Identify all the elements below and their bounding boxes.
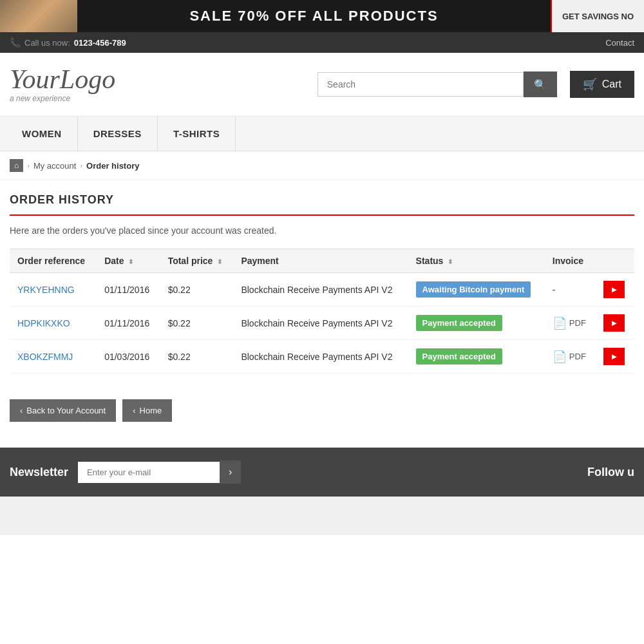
status-badge-accepted-2: Payment accepted [416, 348, 502, 365]
sort-icon-total: ⬍ [217, 258, 222, 265]
table-header-row: Order reference Date ⬍ Total price ⬍ Pay… [10, 249, 634, 273]
logo-tagline: a new experience [10, 94, 305, 103]
contact-link[interactable]: Contact [605, 38, 634, 48]
order-ref-link-2[interactable]: HDPKIKXKO [17, 318, 70, 328]
order-ref-link-1[interactable]: YRKYEHNNG [17, 285, 75, 295]
order-status-1: Awaiting Bitcoin payment [408, 273, 545, 307]
col-header-payment: Payment [233, 249, 408, 273]
phone-section: 📞 Call us now: 0123-456-789 [10, 37, 126, 48]
order-payment-2: Blockchain Receive Payments API V2 [233, 307, 408, 340]
col-header-date[interactable]: Date ⬍ [97, 249, 160, 273]
search-button[interactable]: 🔍 [524, 71, 557, 97]
order-date-2: 01/11/2016 [97, 307, 160, 340]
order-ref-link-3[interactable]: XBOKZFMMJ [17, 352, 73, 362]
nav-item-dresses[interactable]: DRESSES [78, 117, 158, 151]
col-header-total[interactable]: Total price ⬍ [160, 249, 234, 273]
main-navigation: WOMEN DRESSES T-SHIRTS [0, 117, 644, 151]
nav-item-tshirts[interactable]: T-SHIRTS [158, 117, 236, 151]
order-action-1: ► [596, 273, 634, 307]
table-row: XBOKZFMMJ 01/03/2016 $0.22 Blockchain Re… [10, 340, 634, 374]
sale-banner: SALE 70% OFF ALL PRODUCTS GET SAVINGS NO [0, 0, 644, 32]
order-action-2: ► [596, 307, 634, 340]
below-footer [0, 497, 644, 535]
order-total-1: $0.22 [160, 273, 234, 307]
order-payment-3: Blockchain Receive Payments API V2 [233, 340, 408, 374]
newsletter-submit-button[interactable]: › [220, 460, 241, 484]
order-action-btn-2[interactable]: ► [603, 314, 625, 332]
header: YourLogo a new experience 🔍 🛒 Cart [0, 53, 644, 117]
newsletter-section: Newsletter › [10, 460, 241, 484]
order-action-btn-1[interactable]: ► [603, 281, 625, 298]
logo-area: YourLogo a new experience [10, 66, 305, 103]
order-payment-1: Blockchain Receive Payments API V2 [233, 273, 408, 307]
cart-button[interactable]: 🛒 Cart [570, 71, 634, 98]
banner-sale-text: SALE 70% OFF ALL PRODUCTS [77, 8, 551, 24]
breadcrumb: ⌂ › My account › Order history [0, 151, 644, 180]
order-action-3: ► [596, 340, 634, 374]
col-header-status[interactable]: Status ⬍ [408, 249, 545, 273]
pdf-link-1[interactable]: 📄 PDF [553, 316, 589, 330]
cart-icon: 🛒 [583, 77, 597, 91]
home-arrow-icon: ‹ [133, 406, 135, 415]
newsletter-label: Newsletter [10, 466, 68, 479]
order-date-3: 01/03/2016 [97, 340, 160, 374]
home-button[interactable]: ‹ Home [122, 399, 172, 422]
newsletter-form: › [78, 460, 241, 484]
order-status-2: Payment accepted [408, 307, 545, 340]
order-invoice-2: 📄 PDF [545, 307, 596, 340]
pdf-icon-2: 📄 [553, 350, 567, 364]
breadcrumb-separator-2: › [80, 162, 82, 169]
nav-item-women[interactable]: WOMEN [6, 117, 78, 151]
status-badge-awaiting: Awaiting Bitcoin payment [416, 281, 531, 298]
breadcrumb-current: Order history [86, 161, 139, 171]
sort-icon-status: ⬍ [448, 258, 453, 265]
col-header-invoice: Invoice [545, 249, 596, 273]
page-divider [10, 214, 634, 216]
order-ref-2: HDPKIKXKO [10, 307, 97, 340]
page-title: ORDER HISTORY [10, 193, 634, 207]
phone-number: 0123-456-789 [74, 38, 126, 48]
sort-icon-date: ⬍ [128, 258, 133, 265]
status-badge-accepted-1: Payment accepted [416, 315, 502, 331]
phone-icon: 📞 [10, 37, 21, 48]
back-to-account-button[interactable]: ‹ Back to Your Account [10, 399, 116, 422]
back-to-account-label: Back to Your Account [26, 406, 106, 415]
order-ref-1: YRKYEHNNG [10, 273, 97, 307]
home-icon[interactable]: ⌂ [10, 159, 23, 172]
order-ref-3: XBOKZFMMJ [10, 340, 97, 374]
footer: Newsletter › Follow u [0, 448, 644, 497]
search-area: 🔍 [317, 71, 557, 97]
back-arrow-icon: ‹ [20, 406, 23, 415]
breadcrumb-separator-1: › [27, 162, 30, 169]
newsletter-email-input[interactable] [78, 462, 220, 483]
banner-image [0, 0, 77, 32]
breadcrumb-my-account[interactable]: My account [33, 161, 76, 171]
search-input[interactable] [317, 72, 524, 97]
bottom-buttons: ‹ Back to Your Account ‹ Home [0, 386, 644, 435]
order-status-3: Payment accepted [408, 340, 545, 374]
order-action-btn-3[interactable]: ► [603, 348, 625, 365]
cart-label: Cart [602, 79, 621, 90]
col-header-ref: Order reference [10, 249, 97, 273]
topbar: 📞 Call us now: 0123-456-789 Contact [0, 32, 644, 53]
follow-us-label: Follow u [587, 466, 634, 479]
call-label: Call us now: [24, 38, 70, 48]
order-invoice-3: 📄 PDF [545, 340, 596, 374]
pdf-icon-1: 📄 [553, 316, 567, 330]
home-label: Home [140, 406, 162, 415]
get-savings-button[interactable]: GET SAVINGS NO [551, 0, 644, 32]
table-row: HDPKIKXKO 01/11/2016 $0.22 Blockchain Re… [10, 307, 634, 340]
order-invoice-1: - [545, 273, 596, 307]
order-history-table: Order reference Date ⬍ Total price ⬍ Pay… [10, 249, 634, 374]
main-content: ORDER HISTORY Here are the orders you've… [0, 180, 644, 386]
col-header-action [596, 249, 634, 273]
order-date-1: 01/11/2016 [97, 273, 160, 307]
order-total-3: $0.22 [160, 340, 234, 374]
table-row: YRKYEHNNG 01/11/2016 $0.22 Blockchain Re… [10, 273, 634, 307]
page-description: Here are the orders you've placed since … [10, 225, 634, 236]
logo-text[interactable]: YourLogo [10, 66, 305, 93]
order-total-2: $0.22 [160, 307, 234, 340]
pdf-link-2[interactable]: 📄 PDF [553, 350, 589, 364]
